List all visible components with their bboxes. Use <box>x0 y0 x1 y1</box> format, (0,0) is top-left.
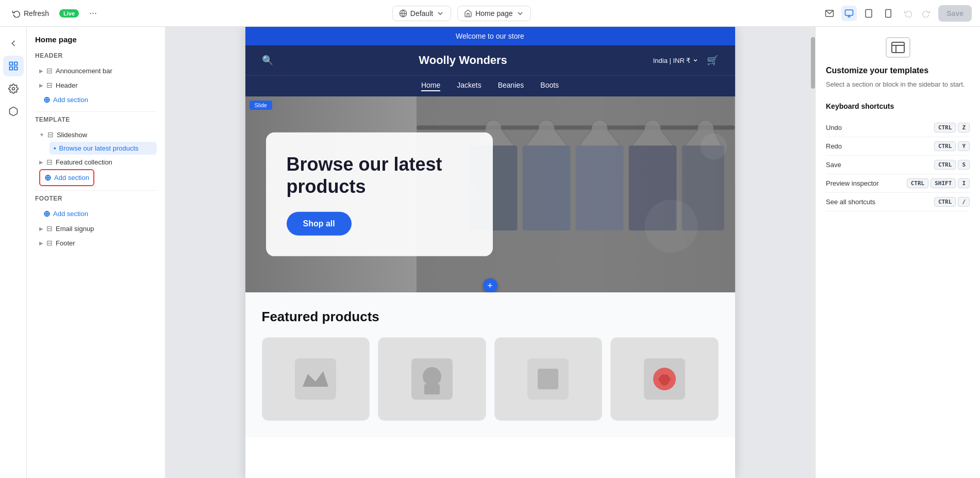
right-panel-icon-area <box>826 37 970 58</box>
slide-content: Browse our latest products Shop all <box>266 133 493 256</box>
sidebar-icons <box>0 27 27 478</box>
block-icon: ▪ <box>54 144 56 152</box>
section-icon-4: ⊟ <box>46 224 53 233</box>
kbd-slash: / <box>958 197 970 207</box>
kbd-y: Y <box>958 141 970 151</box>
refresh-icon <box>12 9 21 18</box>
template-group: Template ▼ ⊟ Slideshow ▪ Browse our late… <box>35 116 157 186</box>
email-signup-item[interactable]: ▶ ⊟ Email signup <box>35 221 157 236</box>
shop-all-button[interactable]: Shop all <box>287 212 352 236</box>
featured-collection-item[interactable]: ▶ ⊟ Featured collection <box>35 155 157 169</box>
announcement-bar-label: Announcement bar <box>56 67 112 75</box>
svg-rect-9 <box>9 62 12 65</box>
svg-point-22 <box>645 200 698 253</box>
product-img-1 <box>262 338 370 420</box>
scrollbar-thumb[interactable] <box>811 37 815 89</box>
email-icon-button[interactable] <box>822 6 837 21</box>
shortcut-save-keys: CTRL S <box>934 160 970 170</box>
cart-icon[interactable]: 🛒 <box>707 55 718 66</box>
default-label: Default <box>410 9 433 18</box>
plus-icon: ⊕ <box>43 95 50 105</box>
featured-collection-label: Featured collection <box>56 158 112 166</box>
sidebar-icon-sections[interactable] <box>3 56 24 76</box>
footer-item[interactable]: ▶ ⊟ Footer <box>35 236 157 250</box>
search-icon[interactable]: 🔍 <box>262 55 273 66</box>
gear-icon <box>8 84 19 94</box>
shortcut-undo-name: Undo <box>826 124 842 131</box>
header-group: Header ▶ ⊟ Announcement bar ▶ ⊟ Header ⊕… <box>35 52 157 107</box>
refresh-label: Refresh <box>24 9 49 18</box>
sidebar-container: Home page Header ▶ ⊟ Announcement bar ▶ … <box>0 27 165 478</box>
header-label: Header <box>56 81 78 89</box>
section-icon-3: ⊟ <box>46 158 53 166</box>
shortcut-redo-name: Redo <box>826 142 842 150</box>
template-icon <box>891 41 905 54</box>
add-section-header-button[interactable]: ⊕ Add section <box>39 92 92 107</box>
slideshow-label: Slideshow <box>57 131 87 139</box>
slide-badge: Slide <box>250 101 272 110</box>
shortcut-save-name: Save <box>826 161 841 169</box>
default-dropdown[interactable]: Default <box>392 6 451 21</box>
homepage-dropdown[interactable]: Home page <box>457 6 530 21</box>
kbd-z: Z <box>958 123 970 133</box>
add-section-footer-button[interactable]: ⊕ Add section <box>39 206 92 221</box>
add-section-bottom[interactable]: + <box>483 278 497 292</box>
browse-products-item[interactable]: ▪ Browse our latest products <box>49 142 157 155</box>
slideshow-section: + <box>245 96 735 292</box>
kbd-s: S <box>958 160 970 170</box>
scrollbar-track[interactable] <box>811 27 815 478</box>
redo-button[interactable] <box>918 6 934 21</box>
tablet-icon-button[interactable] <box>861 6 876 21</box>
sidebar-panel: Home page Header ▶ ⊟ Announcement bar ▶ … <box>27 27 165 478</box>
shortcut-redo-keys: CTRL Y <box>934 141 970 151</box>
shortcut-preview-inspector: Preview inspector CTRL SHIFT I <box>826 174 970 193</box>
topbar-right: Save <box>822 5 972 22</box>
right-panel-description: Select a section or block in the sidebar… <box>826 79 970 90</box>
right-panel: Customize your templates Select a sectio… <box>815 27 980 478</box>
add-section-plus-bottom-btn[interactable]: + <box>483 278 497 292</box>
currency-label: India | INR ₹ <box>653 57 691 64</box>
store-nav: Home Jackets Beanies Boots <box>245 75 735 96</box>
add-section-template-button[interactable]: ⊕ Add section <box>40 170 93 185</box>
announcement-bar: Welcome to our store <box>245 27 735 45</box>
product-card-2 <box>378 337 486 421</box>
announcement-bar-item[interactable]: ▶ ⊟ Announcement bar <box>35 63 157 78</box>
slideshow-item[interactable]: ▼ ⊟ Slideshow <box>35 127 157 142</box>
sidebar-icon-apps[interactable] <box>3 101 24 122</box>
svg-rect-29 <box>538 369 558 389</box>
product-card-3 <box>494 337 603 421</box>
svg-rect-7 <box>886 9 891 17</box>
products-grid <box>262 337 719 421</box>
store-logo: Woolly Wonders <box>419 54 507 67</box>
nav-jackets[interactable]: Jackets <box>457 81 481 91</box>
kbd-shift: SHIFT <box>931 178 956 188</box>
section-icon-5: ⊟ <box>46 239 53 247</box>
sidebar-icon-back[interactable] <box>3 33 24 54</box>
svg-rect-11 <box>9 67 12 70</box>
nav-boots[interactable]: Boots <box>540 81 559 91</box>
header-item[interactable]: ▶ ⊟ Header <box>35 78 157 92</box>
right-panel-title: Customize your templates <box>826 66 970 75</box>
nav-home[interactable]: Home <box>421 81 440 91</box>
save-button[interactable]: Save <box>938 5 972 22</box>
mobile-icon-button[interactable] <box>881 6 896 21</box>
header-right: India | INR ₹ 🛒 <box>653 55 719 66</box>
product-placeholder-2 <box>411 358 453 400</box>
currency-selector[interactable]: India | INR ₹ <box>653 57 699 64</box>
add-section-header-label: Add section <box>53 96 88 104</box>
chevron-down-icon-2 <box>516 9 524 18</box>
sidebar-icon-settings[interactable] <box>3 78 24 99</box>
nav-beanies[interactable]: Beanies <box>498 81 524 91</box>
chevron-down-icon-3: ▼ <box>39 132 44 138</box>
more-button[interactable]: ··· <box>85 6 101 21</box>
redo-icon <box>922 9 930 18</box>
undo-button[interactable] <box>900 6 917 21</box>
featured-title: Featured products <box>262 309 719 325</box>
svg-rect-10 <box>14 62 17 65</box>
shortcut-see-all-name: See all shortcuts <box>826 198 875 206</box>
desktop-icon-button[interactable] <box>841 6 857 21</box>
shortcut-preview-inspector-name: Preview inspector <box>826 179 879 187</box>
shortcut-see-all-keys: CTRL / <box>934 197 970 207</box>
topbar: Refresh Live ··· Default Home page <box>0 0 980 27</box>
refresh-button[interactable]: Refresh <box>8 6 53 21</box>
